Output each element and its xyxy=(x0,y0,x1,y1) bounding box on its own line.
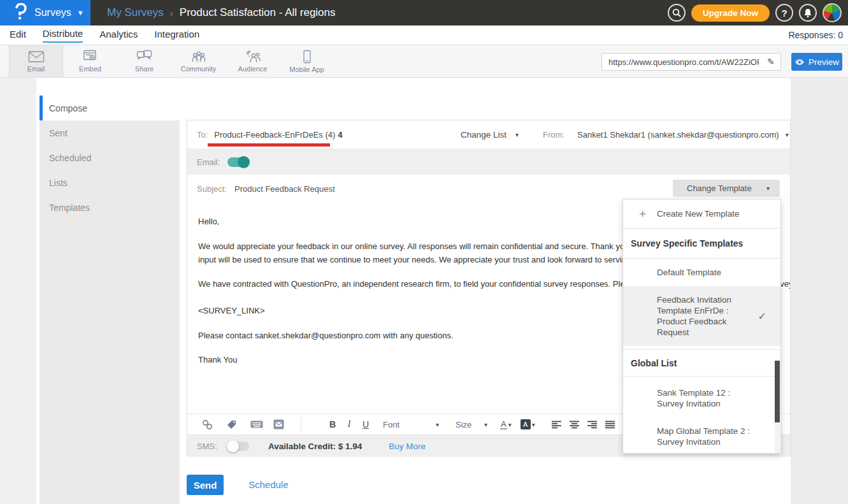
template-item-default[interactable]: Default Template xyxy=(623,259,780,286)
channel-tab-embed[interactable]: Embed xyxy=(63,45,117,77)
mobile-app-icon xyxy=(302,50,312,64)
preview-button[interactable]: Preview xyxy=(791,53,842,71)
caret-down-icon: ▾ xyxy=(766,185,770,192)
sms-toggle[interactable] xyxy=(227,442,249,451)
body-line: Please contact sanket.shekdar@questionpr… xyxy=(198,331,454,340)
email-sidebar: Compose Sent Scheduled Lists Templates xyxy=(40,96,180,504)
bold-button[interactable]: B xyxy=(324,419,341,429)
nav-tab-edit[interactable]: Edit xyxy=(10,29,26,42)
font-size-select[interactable]: Size ▾ xyxy=(456,420,487,429)
nav-tab-integration[interactable]: Integration xyxy=(154,29,199,42)
embed-icon xyxy=(83,50,98,63)
product-switcher[interactable]: Surveys ▼ xyxy=(0,0,90,25)
send-button[interactable]: Send xyxy=(187,475,224,495)
notifications-button[interactable] xyxy=(799,4,817,22)
channel-tab-community[interactable]: Community xyxy=(171,45,226,77)
nav-tab-analytics[interactable]: Analytics xyxy=(99,29,138,42)
body-line: Hello, xyxy=(198,217,219,226)
from-sender-dropdown[interactable]: Sanket1 Shekdar1 (sanket.shekdar@questio… xyxy=(577,120,789,149)
toolbar-divider xyxy=(301,417,301,432)
to-list-name[interactable]: Product-Feedback-EnFrDeEs (4) xyxy=(214,130,335,140)
subject-label: Subject: xyxy=(197,184,227,194)
to-label: To: xyxy=(197,130,208,140)
italic-button[interactable]: I xyxy=(341,419,357,429)
available-credit: Available Credit: $ 1.94 xyxy=(268,442,362,451)
help-button[interactable]: ? xyxy=(775,4,793,22)
sms-toggle-label: SMS: xyxy=(197,442,227,451)
sidebar-item-sent[interactable]: Sent xyxy=(40,120,180,145)
caret-down-icon: ▾ xyxy=(436,421,439,428)
template-item-feedback-invitation[interactable]: Feedback Invitation Template EnFrDe : Pr… xyxy=(623,286,780,346)
sidebar-item-compose[interactable]: Compose xyxy=(40,96,180,120)
email-icon xyxy=(28,50,45,63)
keyboard-icon[interactable] xyxy=(250,421,264,428)
survey-nav: Edit Distribute Analytics Integration Re… xyxy=(0,25,848,45)
template-item-map-global-2[interactable]: Map Global Template 2 : Survey Invitatio… xyxy=(623,417,780,454)
channel-tab-mobile-app[interactable]: Mobile App xyxy=(280,45,334,77)
insert-email-icon[interactable] xyxy=(271,419,285,429)
menu-scrollbar-thumb[interactable] xyxy=(775,361,780,422)
caret-down-icon: ▾ xyxy=(786,131,789,138)
app-window: Surveys ▼ My Surveys › Product Satisfact… xyxy=(0,0,848,504)
product-menu-label: Surveys xyxy=(34,7,71,18)
insert-tag-icon[interactable] xyxy=(225,419,239,430)
change-template-button[interactable]: Change Template ▾ xyxy=(673,180,780,197)
nav-tab-distribute[interactable]: Distribute xyxy=(43,28,83,43)
insert-link-icon[interactable] xyxy=(200,419,214,430)
questionpro-logo-icon xyxy=(14,3,27,22)
channel-tab-share[interactable]: Share xyxy=(117,45,171,77)
underline-button[interactable]: U xyxy=(357,419,374,429)
audience-icon xyxy=(245,50,261,63)
text-color-button[interactable]: A ▾ xyxy=(500,420,512,429)
caret-down-icon: ▾ xyxy=(532,421,535,428)
caret-down-icon: ▾ xyxy=(508,421,512,428)
schedule-link[interactable]: Schedule xyxy=(248,479,289,490)
channel-tab-audience[interactable]: Audience xyxy=(226,45,280,77)
sidebar-item-scheduled[interactable]: Scheduled xyxy=(40,145,180,170)
template-item-sank-12[interactable]: Sank Template 12 : Survey Invitation xyxy=(623,377,780,417)
caret-down-icon: ▾ xyxy=(484,421,487,428)
to-recipient-count: 4 xyxy=(338,130,342,140)
align-justify-icon[interactable] xyxy=(605,421,615,429)
caret-down-icon: ▾ xyxy=(515,131,519,138)
menu-section-header: Global List xyxy=(623,349,780,377)
question-icon: ? xyxy=(781,8,787,18)
breadcrumb-my-surveys[interactable]: My Surveys xyxy=(107,6,164,19)
highlight-color-button[interactable]: A ▾ xyxy=(521,419,535,429)
email-toggle-label: Email: xyxy=(197,157,227,167)
body-line: input will be used to ensure that we con… xyxy=(198,255,649,264)
top-header: Surveys ▼ My Surveys › Product Satisfact… xyxy=(0,0,848,25)
buy-more-link[interactable]: Buy More xyxy=(389,442,426,451)
change-template-menu: + Create New Template Survey Specific Te… xyxy=(622,199,781,454)
header-actions: Upgrade Now ? xyxy=(668,0,842,25)
sidebar-item-lists[interactable]: Lists xyxy=(40,170,180,195)
edit-url-pencil-icon[interactable]: ✎ xyxy=(761,57,780,67)
align-center-icon[interactable] xyxy=(570,421,579,429)
align-left-icon[interactable] xyxy=(552,421,561,429)
search-button[interactable] xyxy=(668,4,686,22)
align-right-icon[interactable] xyxy=(587,421,597,429)
upgrade-now-button[interactable]: Upgrade Now xyxy=(691,4,770,22)
channel-tab-email[interactable]: Email xyxy=(9,45,63,77)
change-list-dropdown[interactable]: Change List ▾ xyxy=(461,120,519,149)
body-line: <SURVEY_LINK> xyxy=(198,306,265,315)
responses-count: Responses: 0 xyxy=(788,30,843,40)
subject-value[interactable]: Product Feedback Request xyxy=(234,184,335,194)
email-toggle[interactable] xyxy=(227,157,249,167)
share-icon xyxy=(136,50,152,63)
menu-section-header: Survey Specific Templates xyxy=(623,229,780,259)
survey-url-input[interactable] xyxy=(602,57,761,67)
to-underline-bar xyxy=(208,143,330,147)
survey-url-field: ✎ xyxy=(601,53,781,71)
create-new-template-item[interactable]: + Create New Template xyxy=(623,199,780,229)
left-gutter xyxy=(0,78,36,504)
sidebar-item-templates[interactable]: Templates xyxy=(40,195,180,220)
body-line: Thank You xyxy=(198,355,237,364)
page-title: Product Satisfaction - All regions xyxy=(180,6,336,19)
global-template-list: Sank Template 12 : Survey Invitation Map… xyxy=(623,377,780,454)
font-family-select[interactable]: Font ▾ xyxy=(383,420,439,429)
user-avatar[interactable] xyxy=(823,3,842,22)
product-menu-caret-icon: ▼ xyxy=(77,9,84,17)
eye-icon xyxy=(794,59,805,66)
channel-tabs: Email Embed Share xyxy=(9,45,334,77)
